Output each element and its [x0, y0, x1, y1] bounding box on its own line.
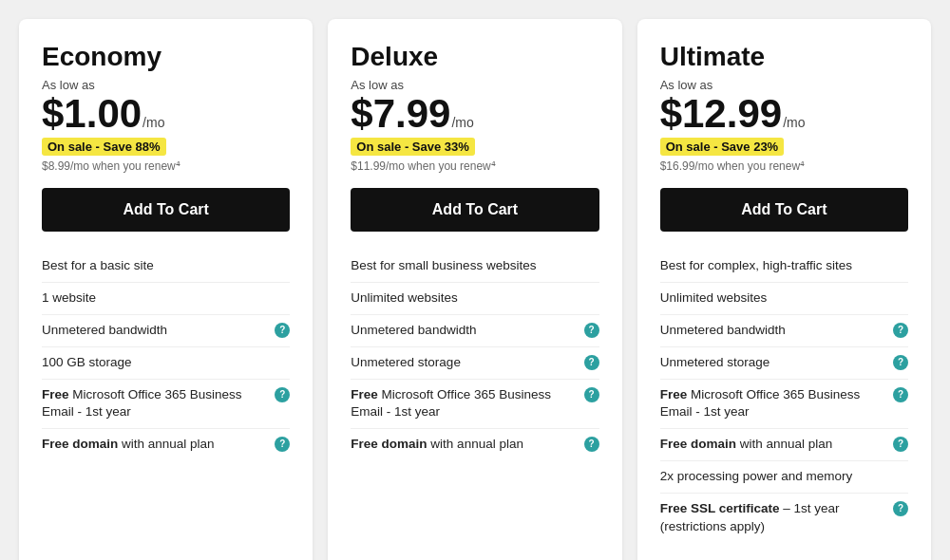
feature-item: Free domain with annual plan?	[351, 428, 598, 460]
pricing-container: EconomyAs low as$1.00/moOn sale - Save 8…	[19, 19, 931, 560]
feature-text: Free Microsoft Office 365 Business Email…	[351, 386, 580, 422]
price-ultimate: $12.99	[660, 94, 782, 134]
feature-item: Unmetered storage?	[351, 346, 598, 379]
price-row-economy: $1.00/mo	[42, 94, 290, 134]
feature-text: 100 GB storage	[42, 354, 290, 372]
add-to-cart-economy[interactable]: Add To Cart	[42, 188, 290, 232]
feature-item: Free domain with annual plan?	[42, 428, 290, 460]
feature-text: Unlimited websites	[351, 289, 598, 308]
feature-text: Best for complex, high-traffic sites	[660, 257, 908, 275]
feature-text: Best for small business websites	[351, 257, 598, 275]
info-icon[interactable]: ?	[584, 387, 599, 402]
feature-item: Unlimited websites	[351, 282, 598, 314]
price-deluxe: $7.99	[351, 94, 450, 134]
info-icon[interactable]: ?	[893, 323, 908, 338]
feature-text: Unlimited websites	[660, 289, 908, 308]
info-icon[interactable]: ?	[893, 355, 908, 370]
feature-item: 100 GB storage	[42, 346, 290, 379]
feature-item: Unmetered bandwidth?	[351, 314, 598, 346]
info-icon[interactable]: ?	[584, 355, 599, 370]
features-list-deluxe: Best for small business websitesUnlimite…	[351, 251, 598, 460]
plan-card-economy: EconomyAs low as$1.00/moOn sale - Save 8…	[19, 19, 313, 560]
info-icon[interactable]: ?	[275, 323, 290, 338]
feature-item: Unlimited websites	[660, 282, 908, 314]
price-row-ultimate: $12.99/mo	[660, 94, 908, 134]
feature-text: Unmetered bandwidth	[42, 322, 271, 340]
add-to-cart-ultimate[interactable]: Add To Cart	[660, 188, 908, 232]
price-mo-ultimate: /mo	[783, 115, 805, 130]
plan-name-deluxe: Deluxe	[351, 42, 598, 72]
feature-text: Free domain with annual plan	[660, 436, 889, 454]
plan-name-economy: Economy	[42, 42, 290, 72]
as-low-as-ultimate: As low as	[660, 78, 908, 92]
feature-text: Unmetered bandwidth	[351, 322, 580, 340]
feature-item: Free Microsoft Office 365 Business Email…	[660, 379, 908, 429]
feature-item: Free SSL certificate – 1st year (restric…	[660, 493, 908, 543]
features-list-ultimate: Best for complex, high-traffic sitesUnli…	[660, 251, 908, 543]
info-icon[interactable]: ?	[584, 323, 599, 338]
feature-item: Unmetered bandwidth?	[42, 314, 290, 346]
price-row-deluxe: $7.99/mo	[351, 94, 598, 134]
feature-text: Free Microsoft Office 365 Business Email…	[42, 386, 271, 422]
feature-text: 2x processing power and memory	[660, 468, 908, 486]
feature-text: Unmetered storage	[351, 354, 580, 372]
feature-item: Best for small business websites	[351, 251, 598, 282]
price-mo-deluxe: /mo	[451, 115, 473, 130]
feature-text: Free SSL certificate – 1st year (restric…	[660, 500, 889, 536]
feature-item: Best for a basic site	[42, 251, 290, 282]
feature-item: Best for complex, high-traffic sites	[660, 251, 908, 282]
feature-item: Free Microsoft Office 365 Business Email…	[351, 379, 598, 429]
add-to-cart-deluxe[interactable]: Add To Cart	[351, 188, 598, 232]
feature-item: Unmetered storage?	[660, 346, 908, 379]
as-low-as-economy: As low as	[42, 78, 290, 92]
feature-item: Free domain with annual plan?	[660, 428, 908, 460]
info-icon[interactable]: ?	[893, 387, 908, 402]
sale-badge-deluxe: On sale - Save 33%	[351, 138, 475, 156]
feature-item: Unmetered bandwidth?	[660, 314, 908, 346]
plan-card-deluxe: DeluxeAs low as$7.99/moOn sale - Save 33…	[328, 19, 621, 560]
renew-text-economy: $8.99/mo when you renew⁴	[42, 159, 290, 173]
info-icon[interactable]: ?	[275, 387, 290, 402]
feature-item: Free Microsoft Office 365 Business Email…	[42, 379, 290, 429]
feature-text: Best for a basic site	[42, 257, 290, 275]
as-low-as-deluxe: As low as	[351, 78, 598, 92]
feature-text: Unmetered storage	[660, 354, 889, 372]
features-list-economy: Best for a basic site1 websiteUnmetered …	[42, 251, 290, 460]
info-icon[interactable]: ?	[584, 437, 599, 452]
feature-item: 1 website	[42, 282, 290, 314]
feature-text: Free Microsoft Office 365 Business Email…	[660, 386, 889, 422]
info-icon[interactable]: ?	[275, 437, 290, 452]
info-icon[interactable]: ?	[893, 437, 908, 452]
feature-item: 2x processing power and memory	[660, 460, 908, 493]
feature-text: Free domain with annual plan	[351, 436, 580, 454]
price-economy: $1.00	[42, 94, 142, 134]
plan-name-ultimate: Ultimate	[660, 42, 908, 72]
feature-text: Unmetered bandwidth	[660, 322, 889, 340]
feature-text: 1 website	[42, 289, 290, 308]
plan-card-ultimate: UltimateAs low as$12.99/moOn sale - Save…	[637, 19, 931, 560]
sale-badge-ultimate: On sale - Save 23%	[660, 138, 785, 156]
renew-text-ultimate: $16.99/mo when you renew⁴	[660, 159, 908, 173]
price-mo-economy: /mo	[142, 115, 164, 130]
info-icon[interactable]: ?	[893, 501, 908, 516]
sale-badge-economy: On sale - Save 88%	[42, 138, 166, 156]
renew-text-deluxe: $11.99/mo when you renew⁴	[351, 159, 598, 173]
feature-text: Free domain with annual plan	[42, 436, 271, 454]
